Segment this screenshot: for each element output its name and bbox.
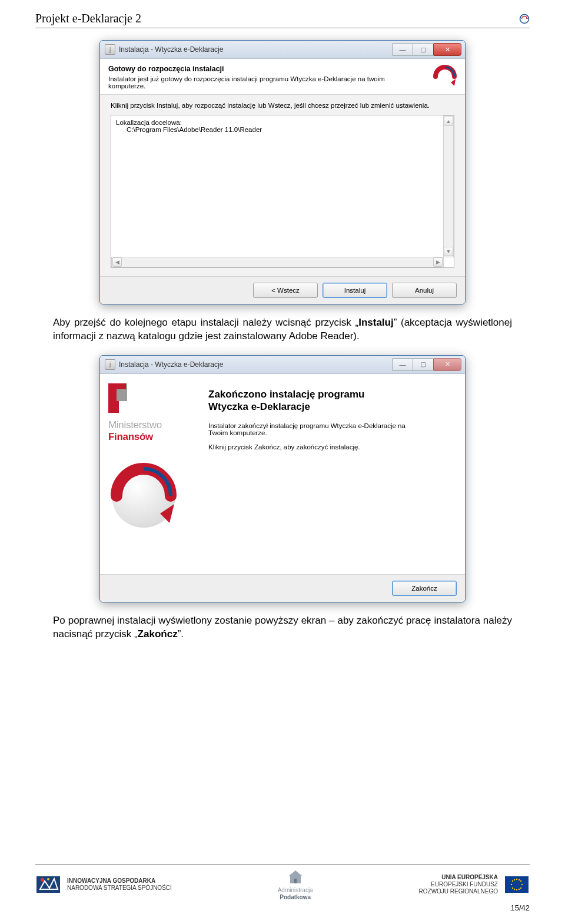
panel-subheading: Instalator jest już gotowy do rozpoczęci… (108, 75, 391, 90)
window-title: Instalacja - Wtyczka e-Deklaracje (119, 45, 393, 54)
window-controls: — ▢ ✕ (393, 43, 461, 56)
svg-point-11 (41, 878, 44, 882)
document-footer: INNOWACYJNA GOSPODARKA NARODOWA STRATEGI… (35, 864, 530, 912)
para1-bold: Instaluj (358, 317, 394, 328)
footer-right-line1: UNIA EUROPEJSKA (419, 874, 498, 881)
svg-marker-14 (288, 870, 303, 876)
ministry-name-line2: Finansów (108, 431, 153, 443)
footer-mid-line2: Podatkowa (278, 894, 313, 901)
mf-logo-icon (108, 383, 146, 415)
para2-suffix: ”. (178, 628, 184, 640)
svg-point-26 (519, 879, 520, 880)
e-deklaracje-big-logo-icon (108, 461, 179, 533)
svg-point-12 (47, 878, 49, 880)
back-button[interactable]: < Wstecz (253, 283, 318, 298)
paragraph-install: Aby przejść do kolejnego etapu instalacj… (53, 316, 512, 343)
svg-point-21 (512, 880, 513, 882)
para1-prefix: Aby przejść do kolejnego etapu instalacj… (53, 317, 358, 328)
app-icon: j (105, 44, 115, 55)
minimize-button[interactable]: — (392, 358, 413, 371)
svg-point-24 (520, 887, 521, 889)
button-row: Zakończ (100, 574, 465, 602)
panel-heading: Gotowy do rozpoczęcia instalacji (108, 65, 427, 73)
left-banner: Ministerstwo Finansów (100, 374, 200, 574)
maximize-button[interactable]: ▢ (413, 358, 434, 371)
svg-point-18 (516, 889, 517, 890)
finish-heading-line1: Zakończono instalację programu (208, 389, 364, 400)
ig-logo-icon (35, 876, 61, 893)
paragraph-finish: Po poprawnej instalacji wyświetlony zost… (53, 614, 512, 641)
document-title: Projekt e-Deklaracje 2 (35, 12, 141, 25)
svg-point-17 (516, 879, 517, 880)
finish-heading-line2: Wtyczka e-Deklaracje (208, 401, 310, 412)
instruction-text: Kliknij przycisk Instaluj, aby rozpocząć… (111, 102, 454, 109)
installer-window-finished: j Instalacja - Wtyczka e-Deklaracje — ▢ … (99, 355, 466, 602)
finish-text1: Instalator zakończył instalację programu… (208, 422, 420, 436)
location-label: Lokalizacja docelowa: (116, 119, 449, 126)
footer-right: UNIA EUROPEJSKA EUROPEJSKI FUNDUSZ ROZWO… (419, 874, 530, 895)
svg-point-22 (520, 880, 521, 882)
finish-text2: Kliknij przycisk Zakończ, aby zakończyć … (208, 443, 420, 451)
panel-header: Gotowy do rozpoczęcia instalacji Instala… (100, 59, 465, 95)
titlebar: j Instalacja - Wtyczka e-Deklaracje — ▢ … (100, 356, 465, 374)
minimize-button[interactable]: — (392, 43, 413, 56)
svg-point-28 (519, 889, 520, 890)
cancel-button[interactable]: Anuluj (392, 283, 457, 298)
svg-rect-6 (108, 383, 126, 389)
horizontal-scrollbar[interactable]: ◀ ▶ (111, 257, 444, 267)
finish-body: Ministerstwo Finansów (100, 374, 465, 574)
scroll-left-icon[interactable]: ◀ (112, 257, 122, 267)
svg-rect-15 (294, 879, 297, 883)
e-deklaracje-logo-icon (433, 65, 457, 88)
document-header: Projekt e-Deklaracje 2 (35, 12, 530, 28)
scroll-right-icon[interactable]: ▶ (433, 257, 443, 267)
install-button[interactable]: Instaluj (323, 283, 387, 298)
svg-point-20 (521, 884, 523, 885)
footer-right-line3: ROZWOJU REGIONALNEGO (419, 888, 498, 895)
footer-middle: Administracja Podatkowa (278, 868, 313, 901)
button-row: < Wstecz Instaluj Anuluj (100, 276, 465, 304)
svg-point-25 (514, 879, 515, 880)
svg-point-23 (512, 887, 513, 889)
panel-body: Kliknij przycisk Instaluj, aby rozpocząć… (100, 95, 465, 276)
footer-left: INNOWACYJNA GOSPODARKA NARODOWA STRATEGI… (35, 876, 172, 893)
page-number: 15/42 (35, 903, 530, 912)
footer-mid-line1: Administracja (278, 887, 313, 894)
installer-window-ready: j Instalacja - Wtyczka e-Deklaracje — ▢ … (99, 40, 466, 304)
eu-flag-icon (504, 876, 530, 893)
close-button[interactable]: ✕ (433, 43, 461, 56)
svg-point-19 (511, 884, 512, 885)
finish-button[interactable]: Zakończ (392, 581, 457, 596)
finish-heading: Zakończono instalację programu Wtyczka e… (208, 388, 454, 413)
vertical-scrollbar[interactable]: ▲ ▼ (443, 115, 454, 257)
footer-left-line2: NARODOWA STRATEGIA SPÓJNOŚCI (67, 885, 172, 892)
footer-right-line2: EUROPEJSKI FUNDUSZ (419, 881, 498, 888)
right-finish: Zakończono instalację programu Wtyczka e… (200, 374, 465, 574)
svg-point-27 (514, 889, 515, 890)
para2-bold: Zakończ (138, 628, 178, 640)
location-readonly-box: Lokalizacja docelowa: C:\Program Files\A… (111, 115, 454, 268)
maximize-button[interactable]: ▢ (413, 43, 434, 56)
app-icon: j (105, 359, 115, 370)
titlebar: j Instalacja - Wtyczka e-Deklaracje — ▢ … (100, 41, 465, 59)
para2-prefix: Po poprawnej instalacji wyświetlony zost… (53, 615, 512, 640)
location-path: C:\Program Files\Adobe\Reader 11.0\Reade… (116, 126, 449, 133)
scroll-down-icon[interactable]: ▼ (444, 247, 453, 256)
ministry-name-line1: Ministerstwo (108, 419, 162, 431)
scroll-up-icon[interactable]: ▲ (444, 117, 453, 126)
footer-left-line1: INNOWACYJNA GOSPODARKA (67, 877, 172, 885)
window-title: Instalacja - Wtyczka e-Deklaracje (119, 360, 393, 369)
window-controls: — ▢ ✕ (393, 358, 461, 371)
admin-podatkowa-logo-icon (282, 868, 308, 886)
close-button[interactable]: ✕ (433, 358, 461, 371)
header-e-logo-icon (519, 14, 530, 24)
